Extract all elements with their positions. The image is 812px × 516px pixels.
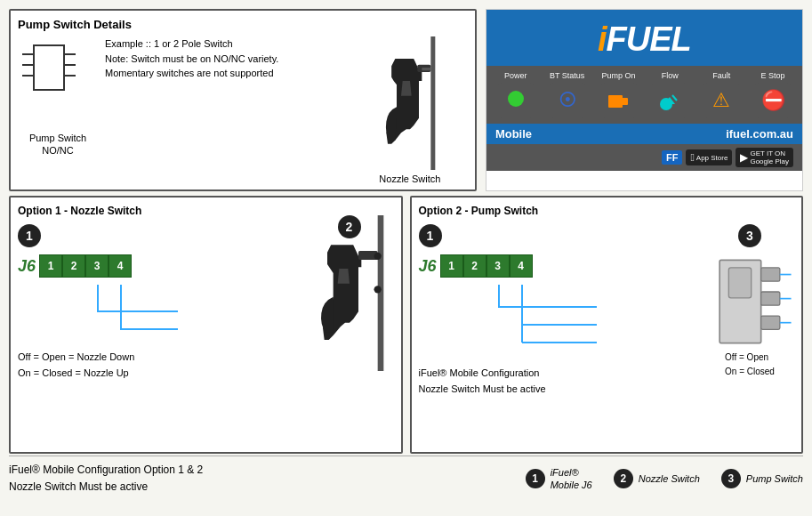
svg-rect-3 (34, 45, 64, 90)
indicator-fault: Fault ⚠ (698, 71, 744, 118)
svg-rect-9 (422, 68, 430, 70)
svg-rect-7 (430, 36, 435, 170)
indicator-bt-status: BT Status ☉ (544, 71, 591, 118)
option2-circle1: 1 (419, 224, 442, 247)
option2-config-text: iFuel® Mobile Configuration Nozzle Switc… (419, 366, 697, 397)
svg-rect-15 (377, 215, 383, 371)
svg-rect-21 (728, 268, 751, 298)
option2-inner: 1 J6 1 2 3 4 (419, 224, 795, 397)
ifuel-indicators: Power BT Status ☉ Pump On (486, 66, 802, 124)
option2-right: 3 Off = Open (705, 224, 794, 397)
pump-switch-details-panel: Pump Switch Details Pump Switch (9, 9, 477, 191)
ifuel-mobile-label: Mobile (495, 127, 532, 141)
appstore-badge[interactable]:  App Store (686, 149, 732, 165)
svg-point-18 (374, 286, 381, 293)
svg-point-17 (374, 253, 381, 260)
indicator-flow: Flow (647, 71, 693, 118)
option1-panel: Option 1 - Nozzle Switch 1 J6 1 2 3 4 (9, 196, 403, 454)
option1-j6-connector: J6 1 2 3 4 (18, 254, 296, 278)
footer-strip: iFuel® Mobile Configuration Option 1 & 2… (0, 458, 812, 499)
option1-nozzle-svg (305, 215, 394, 371)
ff-logo: FF (662, 150, 682, 165)
nozzle-area: Nozzle Switch (352, 36, 468, 188)
option1-circle2: 2 (338, 215, 361, 238)
nozzle-svg (374, 36, 446, 170)
svg-rect-24 (761, 316, 780, 329)
svg-line-14 (672, 95, 677, 101)
svg-rect-11 (621, 98, 628, 105)
option2-j6-pins: 1 2 3 4 (440, 254, 533, 278)
switch-drawing-svg (18, 36, 80, 125)
indicator-power: Power (493, 71, 539, 118)
ifuel-url-label: ifuel.com.au (726, 127, 793, 141)
ifuel-brand-panel: iFUEL Power BT Status ☉ (486, 9, 803, 191)
legend-item-3: 3 Pump Switch (721, 469, 803, 488)
option1-left: 1 J6 1 2 3 4 (18, 224, 296, 381)
option1-wiring-svg (18, 285, 196, 347)
ifuel-logo: iFUEL (598, 20, 691, 59)
indicator-estop: E Stop ⛔ (750, 71, 796, 118)
ifuel-footer: Mobile ifuel.com.au (486, 124, 802, 144)
indicator-pump-on: Pump On (596, 71, 642, 118)
pump-switch-svg (705, 253, 794, 351)
option2-title: Option 2 - Pump Switch (419, 205, 795, 217)
googleplay-badge[interactable]: ▶ GET IT ONGoogle Play (736, 148, 793, 167)
footer-legend: 1 iFuel® Mobile J6 2 Nozzle Switch 3 Pum… (526, 466, 803, 492)
pump-switch-diagram: Pump Switch NO/NC (18, 36, 98, 157)
option2-panel: Option 2 - Pump Switch 1 J6 1 2 3 4 (410, 196, 804, 454)
option1-off-label: Off = Open = Nozzle Down On = Closed = N… (18, 350, 296, 381)
option2-switch-labels: Off = Open On = Closed (725, 351, 775, 379)
nozzle-label: Nozzle Switch (379, 173, 440, 184)
pump-switch-details-title: Pump Switch Details (18, 18, 468, 31)
legend-item-1: 1 iFuel® Mobile J6 (526, 466, 592, 492)
option1-right: 2 (305, 215, 394, 371)
option1-circle1: 1 (18, 224, 41, 247)
option2-j6-connector: J6 1 2 3 4 (419, 254, 697, 278)
store-badges: FF  App Store ▶ GET IT ONGoogle Play (486, 144, 802, 171)
option2-wiring-svg (419, 285, 615, 356)
footer-text-left: iFuel® Mobile Configuration Option 1 & 2… (9, 462, 472, 496)
svg-rect-10 (608, 95, 623, 108)
legend-item-2: 2 Nozzle Switch (614, 469, 700, 488)
separator-line (9, 456, 803, 456)
svg-rect-23 (761, 292, 780, 305)
switch-label: Pump Switch NO/NC (18, 132, 98, 157)
pump-details-text: Example :: 1 or 2 Pole Switch Note: Swit… (98, 36, 352, 81)
ifuel-header: iFUEL (486, 10, 802, 66)
svg-rect-22 (761, 268, 780, 281)
option2-left: 1 J6 1 2 3 4 (419, 224, 697, 397)
option2-circle3: 3 (738, 224, 761, 247)
option1-j6-pins: 1 2 3 4 (39, 254, 132, 278)
